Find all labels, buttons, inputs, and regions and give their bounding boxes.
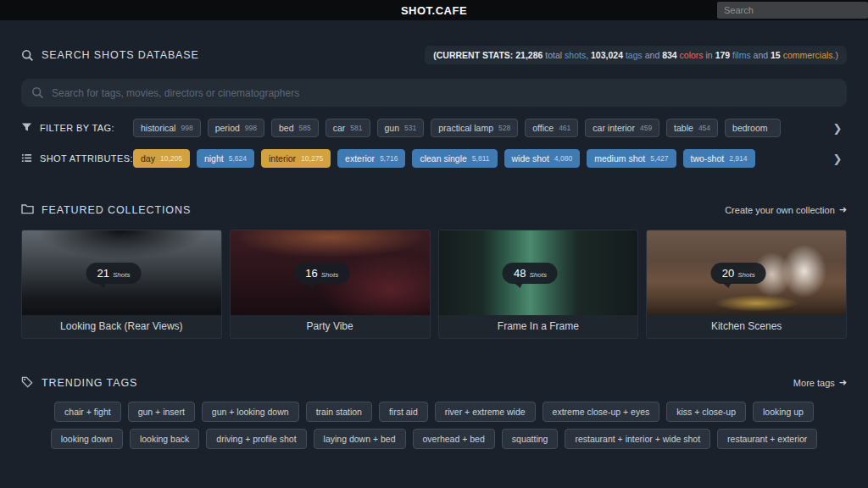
trending-tag[interactable]: river + extreme wide — [435, 402, 536, 422]
funnel-icon — [21, 122, 34, 135]
filter-tag[interactable]: office461 — [525, 119, 578, 137]
trending-tag[interactable]: restaurant + exterior — [717, 429, 817, 449]
trending-tags-heading: TRENDING TAGS — [21, 376, 137, 389]
site-title: SHOT.CAFE — [401, 4, 467, 17]
tag-label: day — [141, 153, 155, 164]
collection-title: Looking Back (Rear Views) — [22, 315, 221, 338]
stats-tags-link[interactable]: tags — [626, 50, 643, 60]
section-title: SEARCH SHOTS DATABASE — [42, 49, 199, 61]
trending-tag[interactable]: train station — [306, 402, 372, 422]
trending-tag-row: looking down looking back driving + prof… — [21, 429, 847, 449]
filter-tag[interactable]: gun531 — [377, 119, 425, 137]
attribute-tag-exterior[interactable]: exterior5,716 — [337, 149, 405, 168]
list-icon — [21, 152, 34, 165]
topbar-search-input[interactable] — [717, 2, 868, 19]
trending-tag-rows: chair + fight gun + insert gun + looking… — [21, 402, 847, 449]
tag-count: 5,716 — [380, 154, 398, 163]
trending-tag[interactable]: first aid — [379, 402, 428, 422]
more-tags-link[interactable]: More tags ➜ — [793, 377, 847, 388]
stats-segment: 103,024 — [591, 50, 623, 60]
tag-icon — [21, 376, 34, 389]
trending-tag[interactable]: looking back — [130, 429, 199, 449]
trending-tag[interactable]: overhead + bed — [413, 429, 495, 449]
main-search-input[interactable] — [21, 79, 847, 107]
trending-tags-section: TRENDING TAGS More tags ➜ chair + fight … — [21, 376, 847, 449]
collection-title: Frame In a Frame — [439, 315, 638, 338]
stats-commercials-link[interactable]: commercials — [783, 50, 833, 60]
filter-tags-scroll-right-button[interactable]: ❯ — [828, 118, 847, 138]
tag-count: 2,914 — [729, 154, 747, 163]
action-label: More tags — [793, 378, 835, 388]
filter-tag[interactable]: practical lamp528 — [431, 119, 518, 137]
shot-attributes-label: SHOT ATTRIBUTES: — [21, 152, 133, 165]
trending-tag[interactable]: chair + fight — [54, 402, 121, 422]
create-collection-link[interactable]: Create your own collection ➜ — [725, 204, 847, 215]
section-title: FEATURED COLLECTIONS — [42, 204, 191, 216]
badge-unit: Shots — [737, 271, 754, 279]
trending-tag[interactable]: restaurant + interior + wide shot — [565, 429, 710, 449]
collection-thumbnail: 16 Shots — [231, 230, 430, 315]
trending-tag[interactable]: laying down + bed — [314, 429, 406, 449]
tag-label: table — [674, 123, 693, 133]
trending-tag[interactable]: squatting — [502, 429, 559, 449]
tag-count: 459 — [640, 124, 652, 132]
tag-label: office — [532, 123, 554, 133]
tag-count: 5,427 — [650, 154, 668, 163]
filter-tag[interactable]: table454 — [666, 119, 718, 137]
attribute-tag-clean-single[interactable]: clean single5,811 — [412, 149, 497, 168]
trending-tag[interactable]: gun + insert — [128, 402, 195, 422]
stats-shots-link[interactable]: shots — [565, 50, 586, 60]
search-icon — [21, 49, 34, 62]
trending-tag[interactable]: looking up — [753, 402, 814, 422]
trending-tag[interactable]: looking down — [51, 429, 123, 449]
filter-tag[interactable]: period998 — [208, 119, 264, 137]
tag-count: 4,080 — [554, 154, 572, 163]
filter-tag[interactable]: bed585 — [271, 119, 319, 137]
row-label-text: SHOT ATTRIBUTES: — [40, 153, 133, 164]
shot-attributes-scroll-right-button[interactable]: ❯ — [828, 148, 847, 169]
attribute-tag-night[interactable]: night5,624 — [197, 149, 254, 168]
filter-tag-track: historical998 period998 bed585 car581 gu… — [133, 119, 823, 137]
collection-card[interactable]: 16 Shots Party Vibe — [230, 230, 431, 339]
tag-label: wide shot — [512, 153, 549, 164]
trending-tag[interactable]: extreme close-up + eyes — [542, 402, 660, 422]
stats-segment: (CURRENT STATS: — [433, 50, 515, 60]
shots-count-badge: 16 Shots — [294, 263, 349, 284]
tag-count: 531 — [404, 124, 416, 132]
tag-label: practical lamp — [438, 123, 493, 133]
filter-tag[interactable]: car interior459 — [585, 119, 659, 137]
collection-card[interactable]: 21 Shots Looking Back (Rear Views) — [21, 230, 222, 339]
tag-label: car interior — [593, 123, 635, 133]
attribute-tag-day[interactable]: day10,205 — [133, 149, 190, 168]
collection-thumbnail: 48 Shots — [439, 230, 638, 315]
topbar: SHOT.CAFE — [0, 0, 868, 20]
attribute-tag-medium-shot[interactable]: medium shot5,427 — [587, 149, 676, 168]
filter-tag[interactable]: car581 — [326, 119, 370, 137]
trending-tag[interactable]: kiss + close-up — [666, 402, 746, 422]
featured-collections-section: FEATURED COLLECTIONS Create your own col… — [21, 203, 847, 339]
main-content: SEARCH SHOTS DATABASE (CURRENT STATS: 21… — [0, 20, 868, 449]
collection-card[interactable]: 20 Shots Kitchen Scenes — [646, 230, 847, 339]
tag-count: 5,811 — [472, 154, 490, 163]
collection-card[interactable]: 48 Shots Frame In a Frame — [438, 230, 639, 339]
search-section-header: SEARCH SHOTS DATABASE (CURRENT STATS: 21… — [21, 46, 847, 64]
filter-tag[interactable]: historical998 — [133, 119, 201, 137]
shots-count-badge: 21 Shots — [86, 263, 142, 284]
filter-tag[interactable]: bedroom — [725, 119, 780, 137]
trending-tag[interactable]: driving + profile shot — [206, 429, 306, 449]
trending-tags-header: TRENDING TAGS More tags ➜ — [21, 376, 847, 389]
tag-label: historical — [141, 123, 175, 133]
trending-tag[interactable]: gun + looking down — [202, 402, 299, 422]
chevron-right-icon: ❯ — [833, 122, 843, 135]
attribute-tag-wide-shot[interactable]: wide shot4,080 — [504, 149, 581, 168]
filter-by-tag-row: FILTER BY TAG: historical998 period998 b… — [21, 119, 847, 137]
stats-segment: .) — [833, 50, 838, 60]
badge-count: 21 — [97, 267, 109, 280]
stats-films-link[interactable]: films — [732, 50, 751, 60]
shot-attributes-track: day10,205 night5,624 interior10,275 exte… — [133, 149, 823, 168]
shots-count-badge: 48 Shots — [503, 263, 558, 284]
stats-segment: 179 — [715, 50, 731, 60]
stats-colors-link[interactable]: colors — [680, 50, 704, 60]
attribute-tag-two-shot[interactable]: two-shot2,914 — [683, 149, 755, 168]
attribute-tag-interior[interactable]: interior10,275 — [261, 149, 331, 168]
